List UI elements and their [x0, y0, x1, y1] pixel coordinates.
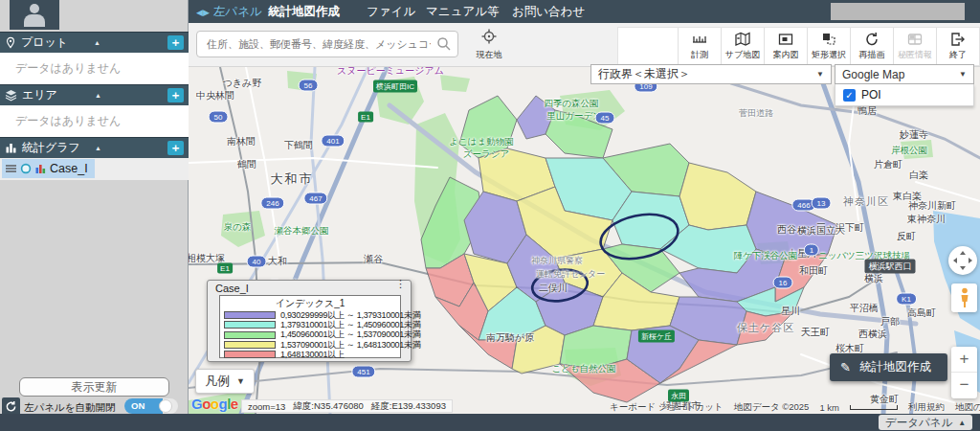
- zoom-out-button[interactable]: −: [951, 373, 977, 398]
- map-label: 西横浜: [858, 328, 887, 341]
- google-logo-letter: g: [219, 396, 228, 412]
- collapse-caret[interactable]: ▲: [94, 39, 100, 46]
- scale-bar: [850, 405, 898, 410]
- map-label: つきみ野: [223, 77, 262, 90]
- add-graph-button[interactable]: ＋: [167, 141, 184, 155]
- pin-icon: [5, 36, 16, 49]
- map-label: こども自然公園: [551, 363, 615, 375]
- data-panel-button[interactable]: データパネル ▲: [879, 415, 972, 430]
- tool-label: 再描画: [859, 49, 885, 61]
- add-plot-button[interactable]: ＋: [167, 35, 184, 50]
- basemap-dropdown-value: Google Map: [842, 68, 904, 81]
- search-input[interactable]: [205, 32, 433, 57]
- map-label: 瀬谷本郷公園: [275, 225, 329, 238]
- map-label: 戸部: [880, 315, 900, 329]
- layers-icon: [5, 89, 17, 102]
- toggle-on-fill: ON: [124, 398, 163, 414]
- left-panel: プロット ▲ ＋ データはありません エリア ▲ ＋ データはありません 統計グ…: [0, 0, 189, 414]
- map-toolbar: 計測 サブ地図 案内図 矩形選択 再描画 秘匿情報: [617, 27, 980, 66]
- sub-map-button[interactable]: サブ地図: [721, 28, 764, 65]
- legend-panel: Case_I ⋮ インデックス_1 0,930299999以上 ～ 1,3793…: [207, 280, 412, 362]
- exit-button[interactable]: 終了: [936, 28, 979, 65]
- map-label: 横浜国立大: [797, 224, 845, 238]
- basemap-dropdown[interactable]: Google Map ▼: [835, 64, 974, 84]
- map-label: E1: [217, 263, 233, 274]
- sub-toolbar: 現在地 計測 サブ地図 案内図 矩形選択 再描画: [189, 23, 980, 67]
- top-nav: ◀▶左パネル 統計地図作成 ファイル マニュアル等 お問い合わせ: [189, 0, 980, 23]
- exit-icon: [949, 32, 967, 47]
- redraw-icon: [863, 32, 880, 47]
- map-label: 467: [303, 193, 327, 205]
- zoom-control: + −: [951, 347, 977, 398]
- google-logo-letter: o: [202, 396, 211, 412]
- map-label: 菅田道路: [739, 107, 773, 120]
- google-logo-letter: G: [191, 396, 202, 412]
- refresh-display-button[interactable]: 表示更新: [19, 377, 169, 397]
- tool-label: 計測: [691, 49, 708, 61]
- nav-item-contact[interactable]: お問い合わせ: [512, 0, 585, 23]
- data-panel-label: データパネル: [885, 416, 952, 430]
- collapse-caret[interactable]: ▲: [95, 92, 101, 99]
- address-search: [196, 31, 458, 57]
- map-label: ズーラシア: [463, 148, 509, 161]
- boundary-dropdown[interactable]: 行政界＜未選択＞ ▼: [590, 64, 832, 84]
- map-label: 56: [299, 79, 319, 92]
- map-label: よこはま動物園: [449, 136, 513, 148]
- report-error-link[interactable]: 地図の誤りを報告する: [955, 401, 980, 414]
- zoom-in-button[interactable]: +: [951, 347, 977, 373]
- guide-map-button[interactable]: 案内図: [764, 28, 807, 65]
- legend-menu-icon[interactable]: ⋮: [395, 282, 406, 285]
- search-icon[interactable]: [436, 36, 452, 52]
- current-location-button[interactable]: 現在地: [470, 29, 508, 63]
- graph-list: Case_I: [0, 158, 189, 180]
- chevron-down-icon: ▼: [236, 376, 245, 386]
- map-label: 四季の森公園: [544, 98, 598, 110]
- legend-swatch: [224, 351, 276, 358]
- add-area-button[interactable]: ＋: [167, 88, 184, 102]
- map-label: 1: [804, 244, 819, 257]
- keyboard-shortcuts-link[interactable]: キーボード ショートカット: [610, 401, 724, 414]
- terms-link[interactable]: 利用規約: [908, 401, 945, 414]
- pegman-icon: [958, 287, 971, 308]
- user-avatar[interactable]: [10, 0, 59, 30]
- chevron-up-icon: ▲: [958, 419, 966, 427]
- nav-item-manual[interactable]: マニュアル等: [426, 0, 499, 23]
- map-label: 下鶴間: [284, 139, 313, 152]
- left-panel-toggle[interactable]: ◀▶左パネル: [196, 0, 262, 23]
- nav-item-file[interactable]: ファイル: [367, 0, 415, 23]
- legend-toggle-button[interactable]: 凡例 ▼: [195, 369, 255, 394]
- nav-item-statmap[interactable]: 統計地図作成: [268, 0, 340, 23]
- map-label: 13: [812, 197, 832, 210]
- map-label: スヌーピーミュージアム: [337, 67, 444, 78]
- rect-select-button[interactable]: 矩形選択: [807, 28, 850, 65]
- avatar-icon-body: [24, 14, 45, 27]
- section-title: プロット: [21, 34, 94, 51]
- toggle-knob: [159, 399, 172, 413]
- section-header-graph: 統計グラフ ▲ ＋: [0, 137, 189, 158]
- map-label: 40: [247, 256, 267, 268]
- bottom-bar: データパネル ▲: [0, 414, 980, 431]
- map-attribution: キーボード ショートカット 地図データ ©2025 1 km 利用規約 地図の誤…: [610, 401, 980, 414]
- rect-select-icon: [820, 32, 837, 47]
- auto-toggle-label: 左パネルを自動開閉: [24, 401, 115, 415]
- map-label: 泉の森: [224, 221, 252, 234]
- street-view-pegman[interactable]: [951, 284, 977, 312]
- graph-item-case-i[interactable]: Case_I: [2, 159, 95, 178]
- map-label: 片倉町: [874, 158, 902, 171]
- map-pan-control[interactable]: [948, 246, 977, 275]
- collapse-caret[interactable]: ▲: [95, 145, 101, 151]
- create-statmap-button[interactable]: ✎ 統計地図作成: [830, 353, 947, 381]
- measure-button[interactable]: 計測: [678, 28, 721, 65]
- poi-checkbox[interactable]: ✓: [843, 89, 856, 102]
- auto-toggle-switch[interactable]: ON: [124, 398, 178, 414]
- legend-title: Case_I: [215, 283, 249, 294]
- map-label: 東神奈川: [907, 213, 946, 226]
- redraw-button[interactable]: 再描画: [850, 28, 893, 65]
- map-label: 妙蓮寺: [900, 128, 928, 142]
- tool-label: サブ地図: [725, 49, 760, 61]
- map-label: 星川: [781, 305, 800, 318]
- scale-label: 1 km: [819, 402, 839, 413]
- map-label: 岸根公園: [891, 145, 927, 157]
- map-label: 神奈川県警察: [531, 255, 583, 267]
- map-label: 天王町: [801, 326, 830, 339]
